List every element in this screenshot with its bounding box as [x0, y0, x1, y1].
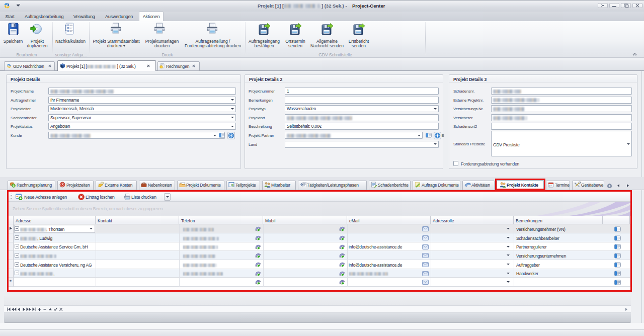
svg-text:$: $	[13, 184, 14, 187]
